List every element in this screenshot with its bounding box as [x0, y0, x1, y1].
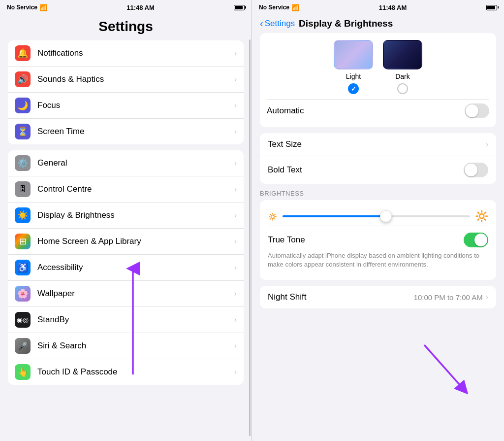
battery-status	[234, 5, 245, 10]
sun-small-icon: 🔅	[268, 212, 278, 221]
scroll-bar[interactable]	[249, 39, 251, 436]
back-button[interactable]: ‹ Settings	[260, 18, 295, 29]
sidebar-item-notifications[interactable]: 🔔 Notifications ›	[8, 40, 244, 67]
chevron-icon: ›	[234, 101, 237, 110]
brightness-slider[interactable]	[283, 215, 470, 217]
standby-icon: ◉◎	[15, 312, 31, 328]
dark-mode-option[interactable]: Dark	[383, 40, 422, 94]
true-tone-label: True Tone	[268, 235, 305, 245]
screen-time-icon: ⏳	[15, 124, 31, 139]
sidebar-item-wallpaper[interactable]: 🌸 Wallpaper ›	[8, 281, 244, 307]
display-label: Display & Brightness	[37, 210, 234, 220]
sidebar-item-focus[interactable]: 🌙 Focus ›	[8, 93, 244, 119]
home-screen-icon: ⊞	[15, 234, 31, 249]
chevron-icon: ›	[234, 49, 237, 58]
true-tone-row: True Tone	[268, 226, 488, 251]
toggle-knob	[466, 104, 478, 117]
chevron-icon: ›	[234, 341, 237, 350]
night-shift-label: Night Shift	[268, 292, 414, 302]
siri-icon: 🎤	[15, 338, 31, 354]
left-status-bar: No Service 📶 11:48 AM	[0, 0, 252, 15]
chevron-icon: ›	[234, 75, 237, 84]
notifications-icon: 🔔	[15, 45, 31, 61]
slider-thumb[interactable]	[380, 210, 392, 222]
left-time: 11:48 AM	[126, 4, 155, 11]
display-icon: ☀️	[15, 207, 31, 223]
sun-large-icon: 🔆	[475, 210, 488, 223]
focus-icon: 🌙	[15, 98, 31, 113]
chevron-icon: ›	[234, 159, 237, 168]
right-battery	[486, 5, 497, 10]
true-tone-knob	[474, 234, 487, 246]
sidebar-item-display-brightness[interactable]: ☀️ Display & Brightness ›	[8, 203, 244, 229]
light-mode-option[interactable]: Light	[334, 40, 373, 94]
night-shift-chevron: ›	[486, 293, 488, 302]
right-signal-text: No Service	[259, 4, 289, 11]
screen-time-label: Screen Time	[37, 127, 234, 136]
appearance-options: Light Dark	[267, 40, 489, 94]
signal-text: No Service	[7, 4, 37, 11]
back-label: Settings	[265, 19, 295, 29]
chevron-icon: ›	[234, 237, 237, 246]
dark-thumb	[383, 40, 422, 69]
focus-label: Focus	[37, 101, 234, 110]
automatic-toggle[interactable]	[465, 103, 489, 118]
sidebar-item-siri-search[interactable]: 🎤 Siri & Search ›	[8, 333, 244, 359]
brightness-slider-row: 🔅 🔆	[268, 207, 488, 226]
chevron-icon: ›	[234, 211, 237, 220]
control-centre-label: Control Centre	[37, 184, 234, 194]
right-time: 11:48 AM	[379, 4, 407, 11]
signal-status: No Service 📶	[7, 4, 47, 11]
text-size-row[interactable]: Text Size ›	[260, 133, 496, 156]
general-label: General	[37, 158, 234, 168]
right-page-title: Display & Brightness	[299, 18, 393, 29]
true-tone-description: Automatically adapt iPhone display based…	[268, 251, 488, 273]
dark-radio[interactable]	[397, 83, 408, 94]
right-panel: No Service 📶 11:48 AM ‹ Settings Display…	[252, 0, 504, 441]
true-tone-toggle[interactable]	[464, 233, 488, 247]
sidebar-item-control-centre[interactable]: 🎛 Control Centre ›	[8, 176, 244, 203]
sidebar-item-accessibility[interactable]: ♿ Accessibility ›	[8, 255, 244, 281]
brightness-section: 🔅 🔆 True Tone Automatically adapt iPhone…	[260, 200, 496, 280]
accessibility-label: Accessibility	[37, 263, 234, 272]
right-status-bar: No Service 📶 11:48 AM	[252, 0, 504, 15]
brightness-header: BRIGHTNESS	[260, 190, 496, 197]
night-shift-row[interactable]: Night Shift 10:00 PM to 7:00 AM ›	[260, 286, 496, 308]
sidebar-item-touch-id[interactable]: 👆 Touch ID & Passcode ›	[8, 359, 244, 385]
bold-text-row: Bold Text	[260, 156, 496, 184]
sounds-icon: 🔊	[15, 71, 31, 87]
sidebar-item-general[interactable]: ⚙️ General ›	[8, 150, 244, 176]
bold-text-label: Bold Text	[268, 165, 302, 175]
night-shift-section: Night Shift 10:00 PM to 7:00 AM ›	[260, 286, 496, 308]
right-wifi-icon: 📶	[291, 4, 299, 11]
siri-label: Siri & Search	[37, 341, 234, 351]
chevron-icon: ›	[234, 289, 237, 298]
chevron-icon: ›	[234, 263, 237, 272]
right-signal-status: No Service 📶	[259, 4, 299, 11]
wallpaper-icon: 🌸	[15, 286, 31, 302]
left-panel: No Service 📶 11:48 AM Settings 🔔 Notific…	[0, 0, 252, 441]
bold-text-toggle[interactable]	[464, 163, 488, 177]
chevron-icon: ›	[234, 315, 237, 324]
settings-group-1: 🔔 Notifications › 🔊 Sounds & Haptics › 🌙…	[8, 40, 244, 144]
battery-icon	[234, 5, 245, 10]
light-radio[interactable]	[348, 83, 359, 94]
sounds-label: Sounds & Haptics	[37, 74, 234, 84]
settings-group-2: ⚙️ General › 🎛 Control Centre › ☀️ Displ…	[8, 150, 244, 385]
dark-label: Dark	[395, 72, 410, 80]
control-centre-icon: 🎛	[15, 181, 31, 197]
light-label: Light	[346, 72, 361, 80]
automatic-label: Automatic	[267, 106, 304, 116]
left-page-title: Settings	[0, 15, 252, 40]
notifications-label: Notifications	[37, 48, 234, 58]
automatic-row: Automatic	[267, 99, 489, 120]
general-icon: ⚙️	[15, 155, 31, 171]
sidebar-item-sounds[interactable]: 🔊 Sounds & Haptics ›	[8, 67, 244, 93]
sidebar-item-standby[interactable]: ◉◎ StandBy ›	[8, 307, 244, 333]
svg-line-3	[424, 345, 464, 389]
sidebar-item-screen-time[interactable]: ⏳ Screen Time ›	[8, 119, 244, 144]
sidebar-item-home-screen[interactable]: ⊞ Home Screen & App Library ›	[8, 229, 244, 255]
chevron-icon: ›	[234, 185, 237, 194]
text-section: Text Size › Bold Text	[260, 133, 496, 184]
accessibility-icon: ♿	[15, 260, 31, 275]
